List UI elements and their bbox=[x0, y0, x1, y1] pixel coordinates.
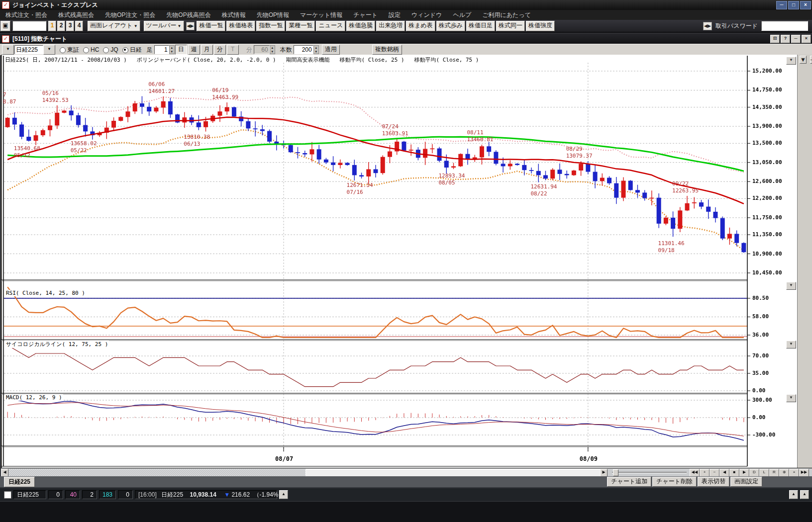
quick-button-株価強度[interactable]: 株価強度 bbox=[526, 21, 555, 31]
password-grip-icon[interactable]: ◀▶ bbox=[703, 22, 712, 30]
chart-close-button[interactable]: × bbox=[802, 35, 811, 43]
menu-item-ヘルプ[interactable]: ヘルプ bbox=[447, 10, 477, 20]
quick-button-業種一覧[interactable]: 業種一覧 bbox=[286, 21, 315, 31]
macd-panel-dropdown[interactable]: ▼ bbox=[786, 394, 796, 402]
button-チャート削除[interactable]: チャート削除 bbox=[652, 477, 697, 487]
quick-button-株価一覧[interactable]: 株価一覧 bbox=[197, 21, 225, 31]
mode-l-button[interactable]: L bbox=[759, 469, 769, 477]
interval-button-月[interactable]: 月 bbox=[201, 45, 213, 55]
jump-end-button[interactable]: ▶▶ bbox=[799, 469, 809, 477]
close-panel-button[interactable]: × bbox=[789, 469, 799, 477]
status-symbol: 日経225 bbox=[13, 490, 46, 499]
quick-button-出来急増[interactable]: 出来急増 bbox=[376, 21, 405, 31]
rsi-panel-dropdown[interactable]: ▼ bbox=[786, 282, 796, 290]
close-button[interactable]: × bbox=[800, 1, 811, 9]
chart-canvas[interactable] bbox=[0, 56, 796, 468]
interval-button-日[interactable]: 日 bbox=[175, 45, 187, 55]
menu-item-ウィンドウ[interactable]: ウィンドウ bbox=[406, 10, 447, 20]
stop-button[interactable]: ■ bbox=[729, 469, 739, 477]
statusbar-corner-button[interactable]: ▲ bbox=[789, 490, 798, 499]
menu-item-株式残高照会[interactable]: 株式残高照会 bbox=[53, 10, 100, 20]
menu-item-株式注文・照会[interactable]: 株式注文・照会 bbox=[0, 10, 53, 20]
trade-password-input[interactable] bbox=[761, 21, 808, 31]
radio-HC[interactable] bbox=[83, 47, 89, 53]
workspace-button-3[interactable]: 3 bbox=[66, 21, 74, 31]
chart-help-button[interactable]: ? bbox=[781, 35, 790, 43]
symbol-dropdown-arrow[interactable]: ▼ bbox=[43, 45, 55, 55]
workspace-button-4[interactable]: 4 bbox=[75, 21, 83, 31]
price-panel-dropdown[interactable]: ▼ bbox=[786, 57, 796, 65]
quick-button-ニュース[interactable]: ニュース bbox=[316, 21, 345, 31]
menu-item-先物OP残高照会[interactable]: 先物OP残高照会 bbox=[161, 10, 216, 20]
button-チャート追加[interactable]: チャート追加 bbox=[607, 477, 651, 487]
screen-layout-button[interactable]: 画面レイアウト bbox=[88, 21, 140, 31]
dropdown-tool-icon[interactable]: ▼ bbox=[800, 56, 807, 64]
interval-button-分[interactable]: 分 bbox=[214, 45, 226, 55]
interval-spinner[interactable]: ▲▼ bbox=[169, 45, 175, 54]
chart-restore-button[interactable]: ⊡ bbox=[770, 35, 780, 43]
statusbar-corner-button[interactable]: ▲ bbox=[800, 490, 809, 499]
step-back-button[interactable]: ◀ bbox=[719, 469, 729, 477]
line-tool-icon[interactable]: ─ bbox=[810, 56, 812, 64]
quote-expand-button[interactable]: ▲ bbox=[279, 490, 288, 499]
quick-button-株価日足[interactable]: 株価日足 bbox=[466, 21, 495, 31]
macd-tick--300.00: -300.00 bbox=[752, 432, 787, 438]
mode-r-button[interactable]: R bbox=[769, 469, 779, 477]
interval-button-T[interactable]: T bbox=[227, 45, 239, 55]
quick-button-株まめ表[interactable]: 株まめ表 bbox=[406, 21, 435, 31]
symbol-code-input[interactable] bbox=[12, 21, 46, 31]
menu-item-ご利用にあたって[interactable]: ご利用にあたって bbox=[477, 10, 536, 20]
jump-start-button[interactable]: ◀◀ bbox=[690, 469, 700, 477]
workspace-button-2[interactable]: 2 bbox=[57, 21, 65, 31]
menu-item-チャート[interactable]: チャート bbox=[348, 10, 383, 20]
radio-日経[interactable] bbox=[122, 47, 128, 53]
quick-button-株価急騰[interactable]: 株価急騰 bbox=[346, 21, 375, 31]
minimize-button[interactable]: ─ bbox=[776, 1, 787, 9]
step-forward-button[interactable]: ▶ bbox=[739, 469, 749, 477]
multi-symbol-button[interactable]: 複数銘柄 bbox=[372, 45, 402, 55]
radio-東証[interactable] bbox=[60, 47, 66, 53]
interval-input[interactable] bbox=[154, 45, 169, 54]
scroll-left-button[interactable]: ◀ bbox=[1, 469, 8, 477]
maximize-button[interactable]: □ bbox=[788, 1, 799, 9]
symbol-list-dropdown[interactable]: ▼ bbox=[2, 45, 14, 55]
mode-d-button[interactable]: D bbox=[749, 469, 759, 477]
menu-item-株式情報[interactable]: 株式情報 bbox=[216, 10, 251, 20]
menu-item-先物OP情報[interactable]: 先物OP情報 bbox=[251, 10, 295, 20]
macd-tick-0.00: 0.00 bbox=[752, 414, 787, 421]
symbol-select[interactable] bbox=[14, 45, 43, 54]
toolbar-menu-button[interactable]: ツールバー bbox=[144, 21, 184, 31]
cascade-windows-icon[interactable]: ▣ bbox=[0, 21, 10, 31]
quick-button-指数一覧[interactable]: 指数一覧 bbox=[256, 21, 285, 31]
chart-window-titlebar[interactable]: ✓ [5110] 指数チャート ⊡?─× bbox=[0, 33, 812, 44]
zoom-slider-thumb[interactable] bbox=[613, 469, 618, 476]
chart-minimize-button[interactable]: ─ bbox=[791, 35, 801, 43]
menu-item-設定[interactable]: 設定 bbox=[383, 10, 406, 20]
scrollbar-track[interactable] bbox=[9, 469, 600, 476]
toolbar-grip-icon[interactable]: ◀▶ bbox=[186, 22, 195, 30]
workspace-button-1[interactable]: 1 bbox=[48, 21, 56, 31]
quick-button-株価格表[interactable]: 株価格表 bbox=[226, 21, 255, 31]
zoom-in-button[interactable]: + bbox=[700, 469, 710, 477]
scrollbar-thumb[interactable] bbox=[305, 469, 601, 477]
magnify-button[interactable]: ⊕ bbox=[779, 469, 789, 477]
quick-button-株式同一[interactable]: 株式同一 bbox=[496, 21, 525, 31]
price-tick-13,050.00: 13,050.00 bbox=[752, 159, 787, 166]
psych-panel-dropdown[interactable]: ▼ bbox=[786, 341, 796, 348]
button-画面設定[interactable]: 画面設定 bbox=[730, 477, 762, 487]
zoom-out-button[interactable]: − bbox=[710, 469, 719, 477]
scroll-right-button[interactable]: ▶ bbox=[600, 469, 608, 477]
bar-count-input[interactable] bbox=[294, 45, 313, 54]
bar-count-spinner[interactable]: ▲▼ bbox=[313, 45, 319, 54]
interval-button-週[interactable]: 週 bbox=[188, 45, 200, 55]
menu-item-先物OP注文・照会[interactable]: 先物OP注文・照会 bbox=[100, 10, 161, 20]
radio-JQ[interactable] bbox=[103, 47, 109, 53]
zoom-slider[interactable] bbox=[612, 472, 687, 473]
apply-button[interactable]: 適用 bbox=[322, 45, 340, 55]
highlow-annotation-08/11: 08/11 13468.81 bbox=[467, 129, 493, 143]
menu-item-マーケット情報[interactable]: マーケット情報 bbox=[295, 10, 348, 20]
button-表示切替[interactable]: 表示切替 bbox=[698, 477, 729, 487]
quick-button-株式歩み[interactable]: 株式歩み bbox=[436, 21, 465, 31]
status-checkbox[interactable] bbox=[4, 491, 11, 499]
tab-nikkei225[interactable]: 日経225 bbox=[4, 477, 35, 487]
